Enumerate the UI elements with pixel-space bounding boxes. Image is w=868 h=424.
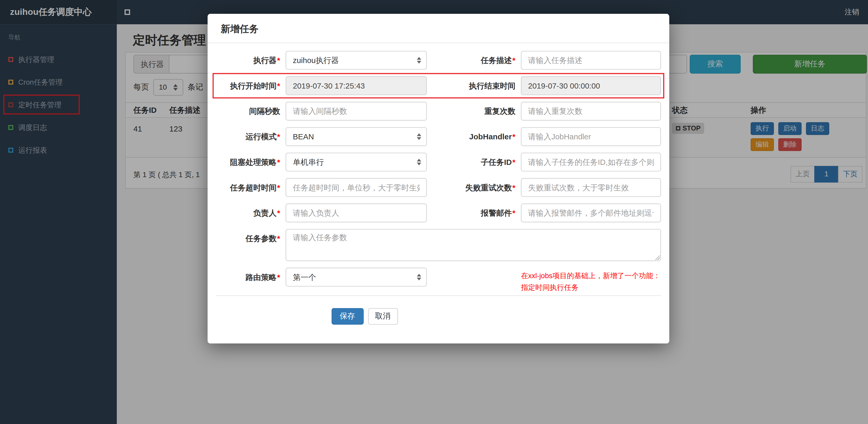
cancel-button[interactable]: 取消	[368, 308, 398, 325]
required-asterisk: *	[277, 208, 280, 218]
form-row-timeout: 任务超时时间* 失败重试次数*	[216, 178, 661, 197]
required-asterisk: *	[277, 81, 280, 90]
modal-footer: 保存 取消	[216, 295, 661, 325]
form-row-executor: 执行器* zuihou执行器 任务描述*	[216, 51, 661, 69]
job-desc-input[interactable]	[521, 51, 661, 69]
resize-grip-icon[interactable]	[654, 255, 660, 260]
owner-label: 负责人*	[216, 204, 286, 222]
required-asterisk: *	[513, 56, 516, 65]
select-arrows-icon	[417, 274, 421, 280]
job-param-label: 任务参数*	[216, 229, 286, 261]
job-handler-input[interactable]	[521, 127, 661, 146]
job-param-textarea[interactable]	[286, 229, 661, 261]
required-asterisk: *	[277, 158, 280, 166]
child-job-label: 子任务ID*	[427, 153, 521, 171]
form-row-exec-time: 执行开始时间* 执行结束时间	[216, 76, 661, 95]
required-asterisk: *	[277, 273, 280, 282]
executor-label: 执行器*	[216, 51, 286, 69]
interval-input[interactable]	[286, 102, 427, 121]
alarm-email-input[interactable]	[521, 204, 661, 222]
route-strategy-label: 路由策略*	[216, 268, 286, 287]
owner-input[interactable]	[286, 204, 427, 222]
block-strategy-label: 阻塞处理策略*	[216, 153, 286, 171]
repeat-count-label: 重复次数	[427, 102, 521, 121]
end-time-input[interactable]	[521, 76, 661, 95]
required-asterisk: *	[277, 56, 280, 65]
feature-note-line2: 指定时间执行任务	[521, 282, 661, 293]
route-strategy-select[interactable]: 第一个	[286, 268, 427, 287]
form-row-glue-type: 运行模式* BEAN JobHandler*	[216, 127, 661, 146]
block-strategy-select[interactable]: 单机串行	[286, 153, 427, 171]
end-time-label: 执行结束时间	[427, 76, 521, 95]
app-viewport: zuihou任务调度中心 注销 导航 执行器管理 Cron任务管理 定时任务管理…	[0, 0, 868, 424]
required-asterisk: *	[513, 158, 516, 166]
alarm-email-label: 报警邮件*	[427, 204, 521, 222]
select-arrows-icon	[417, 133, 421, 140]
form-row-block-strategy: 阻塞处理策略* 单机串行 子任务ID*	[216, 153, 661, 171]
modal-body: 执行器* zuihou执行器 任务描述* 执行开始时间*	[208, 43, 669, 325]
select-arrows-icon	[417, 159, 421, 165]
job-handler-label: JobHandler*	[427, 127, 521, 146]
start-time-input[interactable]	[286, 76, 427, 95]
timeout-input[interactable]	[286, 178, 427, 197]
required-asterisk: *	[277, 234, 280, 243]
modal-title: 新增任务	[221, 24, 258, 34]
required-asterisk: *	[277, 132, 280, 141]
save-button[interactable]: 保存	[331, 308, 363, 325]
required-asterisk: *	[513, 208, 516, 218]
start-time-label: 执行开始时间*	[216, 76, 286, 95]
glue-type-select[interactable]: BEAN	[286, 127, 427, 146]
form-row-interval: 间隔秒数 重复次数	[216, 102, 661, 121]
retry-input[interactable]	[521, 178, 661, 197]
form-row-route-strategy: 路由策略* 第一个 在xxl-jobs项目的基础上，新增了一个功能： 指定时间执…	[216, 268, 661, 287]
child-job-input[interactable]	[521, 153, 661, 171]
form-row-job-param: 任务参数*	[216, 229, 661, 261]
required-asterisk: *	[513, 132, 516, 141]
timeout-label: 任务超时时间*	[216, 178, 286, 197]
retry-label: 失败重试次数*	[427, 178, 521, 197]
job-desc-label: 任务描述*	[427, 51, 521, 69]
feature-note: 在xxl-jobs项目的基础上，新增了一个功能： 指定时间执行任务	[521, 268, 661, 287]
glue-type-label: 运行模式*	[216, 127, 286, 146]
select-arrows-icon	[417, 57, 421, 64]
add-task-modal: 新增任务 执行器* zuihou执行器 任务描述*	[208, 14, 669, 344]
executor-select[interactable]: zuihou执行器	[286, 51, 427, 69]
repeat-count-input[interactable]	[521, 102, 661, 121]
feature-note-line1: 在xxl-jobs项目的基础上，新增了一个功能：	[521, 270, 661, 282]
required-asterisk: *	[513, 183, 516, 192]
form-row-owner: 负责人* 报警邮件*	[216, 204, 661, 222]
required-asterisk: *	[277, 183, 280, 192]
interval-label: 间隔秒数	[216, 102, 286, 121]
modal-header: 新增任务	[208, 14, 669, 43]
